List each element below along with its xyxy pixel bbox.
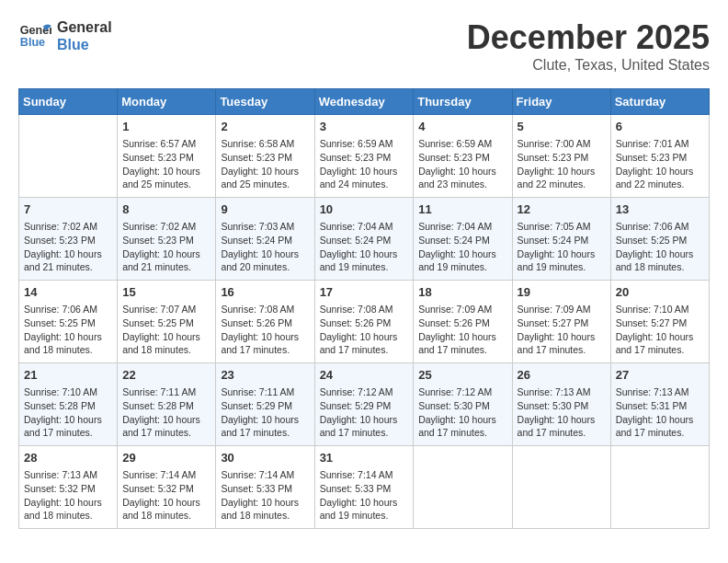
calendar-cell: 1Sunrise: 6:57 AMSunset: 5:23 PMDaylight…: [118, 115, 216, 198]
calendar-cell: 24Sunrise: 7:12 AMSunset: 5:29 PMDayligh…: [314, 363, 414, 446]
calendar-cell: 19Sunrise: 7:09 AMSunset: 5:27 PMDayligh…: [512, 281, 610, 363]
day-number: 7: [24, 201, 112, 218]
day-info: Sunrise: 7:10 AMSunset: 5:27 PMDaylight:…: [616, 303, 704, 357]
day-number: 19: [518, 284, 606, 301]
calendar-location: Clute, Texas, United States: [467, 57, 710, 74]
day-number: 16: [221, 284, 309, 301]
day-info: Sunrise: 7:11 AMSunset: 5:28 PMDaylight:…: [122, 385, 210, 440]
day-info: Sunrise: 6:59 AMSunset: 5:23 PMDaylight:…: [320, 137, 409, 191]
calendar-cell: 27Sunrise: 7:13 AMSunset: 5:31 PMDayligh…: [610, 363, 709, 446]
calendar-cell: 26Sunrise: 7:13 AMSunset: 5:30 PMDayligh…: [512, 363, 610, 446]
day-info: Sunrise: 7:13 AMSunset: 5:31 PMDaylight:…: [616, 385, 704, 440]
day-header-tuesday: Tuesday: [216, 89, 314, 115]
day-info: Sunrise: 7:12 AMSunset: 5:30 PMDaylight:…: [418, 385, 506, 440]
day-number: 27: [616, 367, 704, 384]
day-number: 21: [24, 367, 112, 384]
calendar-cell: 20Sunrise: 7:10 AMSunset: 5:27 PMDayligh…: [610, 281, 709, 363]
day-number: 30: [221, 450, 309, 466]
calendar-cell: 7Sunrise: 7:02 AMSunset: 5:23 PMDaylight…: [19, 198, 118, 281]
logo: General Blue General Blue: [18, 18, 112, 53]
day-info: Sunrise: 7:07 AMSunset: 5:25 PMDaylight:…: [122, 303, 210, 357]
day-number: 5: [518, 119, 606, 135]
day-info: Sunrise: 7:06 AMSunset: 5:25 PMDaylight:…: [616, 220, 704, 274]
day-info: Sunrise: 7:12 AMSunset: 5:29 PMDaylight:…: [320, 385, 409, 440]
day-info: Sunrise: 7:13 AMSunset: 5:30 PMDaylight:…: [518, 385, 606, 440]
day-number: 1: [122, 119, 210, 135]
day-number: 9: [221, 201, 309, 218]
day-number: 31: [320, 450, 409, 466]
day-number: 29: [122, 450, 210, 466]
calendar-week-row: 28Sunrise: 7:13 AMSunset: 5:32 PMDayligh…: [19, 446, 710, 529]
calendar-cell: 12Sunrise: 7:05 AMSunset: 5:24 PMDayligh…: [512, 198, 610, 281]
day-number: 15: [122, 284, 210, 301]
day-number: 24: [320, 367, 409, 384]
calendar-cell: [414, 446, 512, 529]
day-number: 2: [221, 119, 309, 135]
calendar-cell: 9Sunrise: 7:03 AMSunset: 5:24 PMDaylight…: [216, 198, 314, 281]
day-info: Sunrise: 7:04 AMSunset: 5:24 PMDaylight:…: [418, 220, 506, 274]
calendar-table: SundayMondayTuesdayWednesdayThursdayFrid…: [18, 88, 710, 529]
calendar-cell: 8Sunrise: 7:02 AMSunset: 5:23 PMDaylight…: [118, 198, 216, 281]
calendar-week-row: 7Sunrise: 7:02 AMSunset: 5:23 PMDaylight…: [19, 198, 710, 281]
logo-blue: Blue: [57, 36, 112, 53]
calendar-cell: 18Sunrise: 7:09 AMSunset: 5:26 PMDayligh…: [414, 281, 512, 363]
calendar-cell: 28Sunrise: 7:13 AMSunset: 5:32 PMDayligh…: [19, 446, 118, 529]
calendar-cell: 14Sunrise: 7:06 AMSunset: 5:25 PMDayligh…: [19, 281, 118, 363]
day-header-thursday: Thursday: [414, 89, 512, 115]
calendar-cell: 29Sunrise: 7:14 AMSunset: 5:32 PMDayligh…: [118, 446, 216, 529]
day-number: 23: [221, 367, 309, 384]
day-info: Sunrise: 7:03 AMSunset: 5:24 PMDaylight:…: [221, 220, 309, 274]
day-header-saturday: Saturday: [610, 89, 709, 115]
day-info: Sunrise: 7:00 AMSunset: 5:23 PMDaylight:…: [518, 137, 606, 191]
logo-icon: General Blue: [18, 19, 51, 52]
calendar-body: 1Sunrise: 6:57 AMSunset: 5:23 PMDaylight…: [19, 115, 710, 529]
calendar-cell: 4Sunrise: 6:59 AMSunset: 5:23 PMDaylight…: [414, 115, 512, 198]
svg-text:Blue: Blue: [20, 36, 45, 49]
calendar-cell: 15Sunrise: 7:07 AMSunset: 5:25 PMDayligh…: [118, 281, 216, 363]
day-number: 10: [320, 201, 409, 218]
calendar-cell: 11Sunrise: 7:04 AMSunset: 5:24 PMDayligh…: [414, 198, 512, 281]
calendar-cell: 10Sunrise: 7:04 AMSunset: 5:24 PMDayligh…: [314, 198, 414, 281]
day-info: Sunrise: 7:01 AMSunset: 5:23 PMDaylight:…: [616, 137, 704, 191]
calendar-month-year: December 2025: [467, 18, 710, 57]
calendar-cell: 30Sunrise: 7:14 AMSunset: 5:33 PMDayligh…: [216, 446, 314, 529]
calendar-cell: [512, 446, 610, 529]
day-info: Sunrise: 7:06 AMSunset: 5:25 PMDaylight:…: [24, 303, 112, 357]
day-number: 6: [616, 119, 704, 135]
calendar-cell: [610, 446, 709, 529]
day-number: 12: [518, 201, 606, 218]
day-header-wednesday: Wednesday: [314, 89, 414, 115]
day-number: 26: [518, 367, 606, 384]
day-number: 22: [122, 367, 210, 384]
day-number: 4: [418, 119, 506, 135]
day-number: 25: [418, 367, 506, 384]
day-info: Sunrise: 6:58 AMSunset: 5:23 PMDaylight:…: [221, 137, 309, 191]
day-info: Sunrise: 7:14 AMSunset: 5:33 PMDaylight:…: [320, 468, 409, 523]
day-info: Sunrise: 7:10 AMSunset: 5:28 PMDaylight:…: [24, 385, 112, 440]
calendar-cell: 31Sunrise: 7:14 AMSunset: 5:33 PMDayligh…: [314, 446, 414, 529]
calendar-week-row: 21Sunrise: 7:10 AMSunset: 5:28 PMDayligh…: [19, 363, 710, 446]
calendar-cell: 5Sunrise: 7:00 AMSunset: 5:23 PMDaylight…: [512, 115, 610, 198]
day-number: 17: [320, 284, 409, 301]
day-number: 8: [122, 201, 210, 218]
calendar-cell: 16Sunrise: 7:08 AMSunset: 5:26 PMDayligh…: [216, 281, 314, 363]
day-info: Sunrise: 7:09 AMSunset: 5:27 PMDaylight:…: [518, 303, 606, 357]
page-header: General Blue General Blue December 2025 …: [18, 18, 710, 74]
day-info: Sunrise: 7:14 AMSunset: 5:32 PMDaylight:…: [122, 468, 210, 523]
day-number: 13: [616, 201, 704, 218]
calendar-cell: 2Sunrise: 6:58 AMSunset: 5:23 PMDaylight…: [216, 115, 314, 198]
day-info: Sunrise: 7:04 AMSunset: 5:24 PMDaylight:…: [320, 220, 409, 274]
day-header-sunday: Sunday: [19, 89, 118, 115]
day-number: 20: [616, 284, 704, 301]
calendar-cell: 13Sunrise: 7:06 AMSunset: 5:25 PMDayligh…: [610, 198, 709, 281]
day-info: Sunrise: 7:05 AMSunset: 5:24 PMDaylight:…: [518, 220, 606, 274]
day-info: Sunrise: 7:08 AMSunset: 5:26 PMDaylight:…: [221, 303, 309, 357]
calendar-week-row: 1Sunrise: 6:57 AMSunset: 5:23 PMDaylight…: [19, 115, 710, 198]
day-info: Sunrise: 6:59 AMSunset: 5:23 PMDaylight:…: [418, 137, 506, 191]
day-info: Sunrise: 7:02 AMSunset: 5:23 PMDaylight:…: [24, 220, 112, 274]
day-number: 28: [24, 450, 112, 466]
calendar-cell: 22Sunrise: 7:11 AMSunset: 5:28 PMDayligh…: [118, 363, 216, 446]
day-info: Sunrise: 7:09 AMSunset: 5:26 PMDaylight:…: [418, 303, 506, 357]
day-header-monday: Monday: [118, 89, 216, 115]
calendar-cell: 25Sunrise: 7:12 AMSunset: 5:30 PMDayligh…: [414, 363, 512, 446]
